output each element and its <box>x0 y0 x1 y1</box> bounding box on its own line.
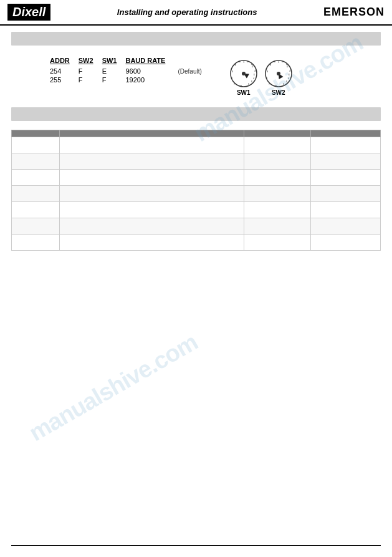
cell-4-3 <box>244 186 310 202</box>
page-header: Dixell Installing and operating instruct… <box>0 0 392 26</box>
note-col-header <box>174 57 210 67</box>
table-row: 254 F E 9600 (Default) <box>50 67 211 75</box>
cell-6-3 <box>244 218 310 235</box>
cell-3-3 <box>244 170 310 186</box>
sw-dials-area: 1 2 3 4 5 6 7 8 9 A B C D E F SW1 <box>229 59 293 96</box>
cell-7-1 <box>12 235 60 251</box>
table-row <box>12 186 381 202</box>
baud-col-header: BAUD RATE <box>125 57 174 67</box>
note-val-1: (Default) <box>174 67 210 75</box>
baud-val-1: 9600 <box>125 67 174 75</box>
cell-6-2 <box>59 218 244 235</box>
watermark-bottom: manualshive.com <box>25 329 203 447</box>
addr-table: ADDR SW2 SW1 BAUD RATE 254 F E 9600 (Def… <box>50 57 211 84</box>
main-table-wrapper <box>11 130 381 251</box>
sw1-label: SW1 <box>237 89 251 96</box>
svg-text:F: F <box>286 80 287 83</box>
emerson-logo: EMERSON <box>323 6 385 19</box>
main-col-header-4 <box>310 130 380 137</box>
gray-banner-1 <box>11 32 381 46</box>
sw2-label: SW2 <box>272 89 285 96</box>
svg-point-35 <box>277 72 280 75</box>
cell-1-1 <box>12 137 60 153</box>
table-row <box>12 202 381 218</box>
table-row <box>12 218 381 235</box>
main-data-table <box>11 130 381 251</box>
sw1-val-1: E <box>102 67 126 75</box>
table-row <box>12 170 381 186</box>
baud-val-2: 19200 <box>125 75 174 84</box>
cell-6-1 <box>12 218 60 235</box>
table-row <box>12 137 381 153</box>
sw1-dial: 1 2 3 4 5 6 7 8 9 A B C D E F <box>229 59 258 88</box>
table-row <box>12 153 381 170</box>
cell-3-1 <box>12 170 60 186</box>
note-val-2 <box>174 75 210 84</box>
cell-7-3 <box>244 235 310 251</box>
cell-7-4 <box>310 235 380 251</box>
svg-point-17 <box>242 72 246 75</box>
cell-4-4 <box>310 186 380 202</box>
svg-text:F: F <box>251 80 252 83</box>
cell-2-4 <box>310 153 380 170</box>
addr-val-1: 254 <box>50 67 79 75</box>
addr-col-header: ADDR <box>50 57 79 67</box>
main-col-header-1 <box>12 130 60 137</box>
main-col-header-2 <box>59 130 244 137</box>
addr-section: ADDR SW2 SW1 BAUD RATE 254 F E 9600 (Def… <box>50 57 355 96</box>
table-row <box>12 235 381 251</box>
sw1-dial-group: 1 2 3 4 5 6 7 8 9 A B C D E F SW1 <box>229 59 258 96</box>
cell-5-1 <box>12 202 60 218</box>
cell-3-2 <box>59 170 244 186</box>
cell-1-2 <box>59 137 244 153</box>
cell-1-4 <box>310 137 380 153</box>
cell-4-2 <box>59 186 244 202</box>
sw2-dial: 1 2 3 4 5 6 7 8 9 A B C D E F <box>264 59 293 88</box>
cell-6-4 <box>310 218 380 235</box>
main-col-header-3 <box>244 130 310 137</box>
sw1-val-2: F <box>102 75 126 84</box>
cell-5-4 <box>310 202 380 218</box>
cell-7-2 <box>59 235 244 251</box>
cell-4-1 <box>12 186 60 202</box>
gray-banner-2 <box>11 107 381 121</box>
header-subtitle: Installing and operating instructions <box>117 7 257 17</box>
sw2-col-header: SW2 <box>79 57 102 67</box>
sw2-val-2: F <box>79 75 102 84</box>
sw1-col-header: SW1 <box>102 57 126 67</box>
cell-1-3 <box>244 137 310 153</box>
cell-2-2 <box>59 153 244 170</box>
table-row: 255 F F 19200 <box>50 75 211 84</box>
footer-line <box>11 545 381 546</box>
cell-5-3 <box>244 202 310 218</box>
cell-2-3 <box>244 153 310 170</box>
dixell-logo: Dixell <box>7 4 50 21</box>
cell-3-4 <box>310 170 380 186</box>
cell-5-2 <box>59 202 244 218</box>
addr-val-2: 255 <box>50 75 79 84</box>
sw2-dial-group: 1 2 3 4 5 6 7 8 9 A B C D E F SW2 <box>264 59 293 96</box>
sw2-val-1: F <box>79 67 102 75</box>
cell-2-1 <box>12 153 60 170</box>
